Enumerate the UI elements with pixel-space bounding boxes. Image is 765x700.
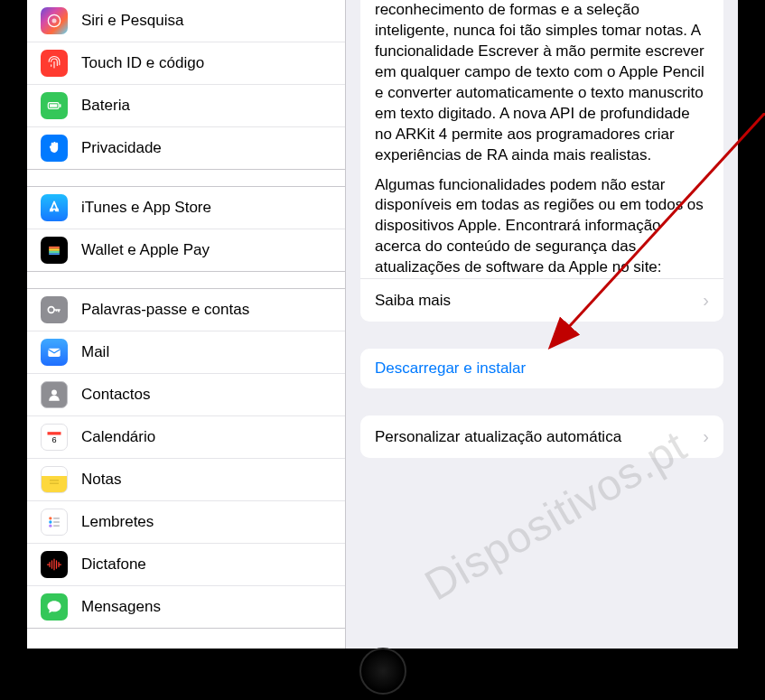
sidebar-item-label: Wallet e Apple Pay	[81, 241, 210, 259]
device-frame: Siri e Pesquisa Touch ID e código Bateri…	[0, 0, 765, 700]
mail-icon	[41, 339, 68, 366]
sidebar-item-siri[interactable]: Siri e Pesquisa	[27, 0, 345, 42]
svg-point-9	[48, 307, 54, 313]
download-install-label: Descarregar e instalar	[375, 359, 526, 378]
siri-icon	[41, 7, 68, 34]
svg-rect-3	[60, 104, 61, 107]
sidebar-item-notes[interactable]: Notas	[27, 459, 345, 501]
calendar-icon: 6	[41, 424, 68, 451]
sidebar-group-2: iTunes e App Store Wallet e Apple Pay	[27, 186, 345, 272]
update-description-card: reconhecimento de formas e a seleção int…	[360, 0, 723, 322]
download-install-card: Descarregar e instalar	[360, 349, 723, 388]
svg-rect-4	[50, 104, 57, 107]
sidebar-item-label: Bateria	[81, 97, 130, 115]
sidebar-item-label: Privacidade	[81, 139, 162, 157]
home-button[interactable]	[359, 648, 406, 695]
update-description-1: reconhecimento de formas e a seleção int…	[360, 0, 723, 175]
download-install-button[interactable]: Descarregar e instalar	[360, 349, 723, 388]
svg-rect-12	[48, 432, 61, 434]
svg-rect-7	[49, 251, 60, 254]
svg-point-1	[52, 19, 57, 23]
hand-icon	[41, 135, 68, 162]
battery-icon	[41, 92, 68, 119]
sidebar-item-label: Mensagens	[81, 598, 161, 616]
sidebar-item-passwords[interactable]: Palavras-passe e contas	[27, 289, 345, 331]
sidebar-item-battery[interactable]: Bateria	[27, 85, 345, 127]
update-description-2: Algumas funcionalidades podem não estar …	[360, 175, 723, 279]
settings-sidebar: Siri e Pesquisa Touch ID e código Bateri…	[27, 0, 346, 649]
sidebar-item-calendar[interactable]: 6 Calendário	[27, 416, 345, 459]
sidebar-item-label: Contactos	[81, 386, 151, 404]
sidebar-item-contacts[interactable]: Contactos	[27, 374, 345, 416]
sidebar-item-appstore[interactable]: iTunes e App Store	[27, 187, 345, 229]
learn-more-label: Saiba mais	[375, 292, 451, 310]
fingerprint-icon	[41, 50, 68, 77]
svg-point-18	[49, 525, 51, 527]
sidebar-group-1: Siri e Pesquisa Touch ID e código Bateri…	[27, 0, 345, 170]
messages-icon	[41, 593, 68, 621]
customize-auto-label: Personalizar atualização automática	[375, 428, 621, 446]
screen: Siri e Pesquisa Touch ID e código Bateri…	[27, 0, 738, 649]
reminders-icon	[41, 509, 68, 536]
learn-more-row[interactable]: Saiba mais ›	[360, 278, 723, 322]
key-icon	[41, 296, 68, 323]
sidebar-item-label: Calendário	[81, 428, 155, 446]
sidebar-item-label: Lembretes	[81, 513, 154, 531]
sidebar-item-reminders[interactable]: Lembretes	[27, 501, 345, 544]
sidebar-item-wallet[interactable]: Wallet e Apple Pay	[27, 229, 345, 271]
appstore-icon	[41, 194, 68, 221]
sidebar-item-touchid[interactable]: Touch ID e código	[27, 42, 345, 85]
customize-auto-card: Personalizar atualização automática ›	[360, 415, 723, 458]
svg-text:6: 6	[51, 435, 56, 444]
chevron-right-icon: ›	[703, 426, 709, 447]
svg-rect-8	[49, 253, 60, 255]
svg-rect-6	[49, 248, 60, 251]
sidebar-item-label: Siri e Pesquisa	[81, 12, 183, 30]
sidebar-item-privacy[interactable]: Privacidade	[27, 127, 345, 169]
sidebar-group-3: Palavras-passe e contas Mail Contactos	[27, 288, 345, 629]
sidebar-item-label: Dictafone	[81, 555, 146, 574]
sidebar-item-label: Palavras-passe e contas	[81, 301, 249, 319]
sidebar-item-label: Notas	[81, 471, 121, 489]
svg-point-11	[51, 390, 57, 396]
svg-point-17	[49, 520, 51, 523]
sidebar-item-voicememos[interactable]: Dictafone	[27, 544, 345, 586]
contacts-icon	[41, 381, 68, 408]
sidebar-item-mail[interactable]: Mail	[27, 331, 345, 374]
svg-point-16	[49, 517, 51, 519]
sidebar-item-label: Mail	[81, 343, 109, 361]
sidebar-item-label: iTunes e App Store	[81, 199, 211, 217]
voice-icon	[41, 551, 68, 578]
sidebar-item-messages[interactable]: Mensagens	[27, 586, 345, 628]
wallet-icon	[41, 237, 68, 264]
chevron-right-icon: ›	[703, 290, 709, 311]
customize-auto-button[interactable]: Personalizar atualização automática ›	[360, 415, 723, 458]
sidebar-item-label: Touch ID e código	[81, 54, 204, 72]
svg-rect-5	[49, 247, 60, 249]
content-panel: reconhecimento de formas e a seleção int…	[346, 0, 738, 649]
notes-icon	[41, 466, 68, 493]
